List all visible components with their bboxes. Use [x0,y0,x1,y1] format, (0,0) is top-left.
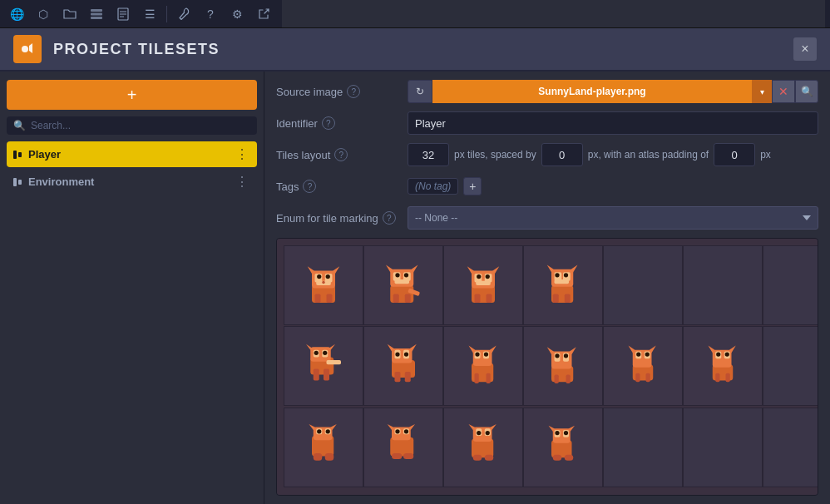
tileset-menu-player[interactable]: ⋮ [234,146,250,162]
tags-field: (No tag) + [408,177,482,195]
tile-21[interactable] [683,408,763,487]
spacing-input[interactable] [541,143,583,166]
identifier-help-icon[interactable]: ? [322,116,335,130]
tile-4[interactable] [603,245,683,325]
add-tag-button[interactable]: + [463,177,482,195]
svg-rect-62 [314,369,319,381]
spaced-by-label: px tiles, spaced by [454,149,536,161]
svg-point-92 [564,353,568,358]
wrench-icon[interactable] [172,2,195,26]
svg-point-39 [486,274,490,279]
enum-help-icon[interactable]: ? [383,211,396,225]
svg-marker-67 [388,344,397,352]
svg-rect-144 [485,454,494,460]
tile-19[interactable] [523,408,603,487]
source-image-control: ↻ SunnyLand-player.png ▾ ✕ 🔍 [408,80,818,103]
svg-point-102 [645,353,650,357]
svg-rect-19 [327,294,333,304]
svg-rect-153 [553,454,562,460]
list-icon[interactable]: ☰ [138,2,161,26]
identifier-input[interactable] [408,111,818,135]
svg-rect-51 [555,279,570,284]
svg-marker-11 [331,266,340,274]
tile-8[interactable] [284,326,363,406]
svg-point-60 [314,351,319,355]
enum-select[interactable]: -- None -- [408,206,818,230]
tileset-item-environment[interactable]: Environment ⋮ [7,169,257,195]
tile-16[interactable] [284,408,363,487]
tile-18[interactable] [443,408,523,487]
main-layout: + 🔍 Player ⋮ Environment [0,72,830,504]
svg-marker-88 [567,348,576,355]
svg-rect-40 [476,281,491,285]
tile-9[interactable] [363,326,443,406]
stack-icon[interactable] [85,2,108,26]
source-filename: SunnyLand-player.png [432,80,752,103]
source-image-help-icon[interactable]: ? [347,85,360,98]
tile-size-input[interactable] [408,143,449,166]
tiles-layout-help-icon[interactable]: ? [334,148,348,161]
document-icon[interactable] [111,2,135,26]
close-button[interactable]: × [793,37,817,61]
svg-marker-35 [491,266,500,274]
export-icon[interactable] [252,2,275,26]
search-icon: 🔍 [13,120,26,131]
svg-point-27 [404,273,408,277]
svg-marker-107 [709,346,718,353]
svg-point-17 [322,281,325,284]
folder-icon[interactable] [58,2,82,26]
tile-17[interactable] [363,408,443,487]
svg-point-26 [395,273,399,277]
svg-rect-1 [91,12,102,15]
tile-5[interactable] [683,245,763,325]
tile-1[interactable] [363,245,443,325]
tile-2[interactable] [443,245,523,325]
help-icon[interactable]: ? [199,2,222,26]
tile-6[interactable] [763,245,818,325]
tileset-item-player[interactable]: Player ⋮ [7,141,257,167]
padding-input[interactable] [714,143,755,166]
svg-rect-2 [91,17,102,19]
tileset-icon-player [13,151,22,159]
svg-rect-29 [393,294,399,304]
tileset-list: Player ⋮ Environment ⋮ [7,141,257,195]
svg-rect-94 [566,375,571,384]
svg-point-49 [555,273,559,277]
search-input[interactable] [31,120,250,131]
tile-12[interactable] [603,326,683,406]
svg-rect-18 [315,294,321,304]
svg-rect-104 [646,373,650,383]
svg-rect-42 [487,294,492,304]
tile-20[interactable] [603,408,683,487]
globe-icon[interactable]: 🌐 [5,2,28,26]
svg-rect-74 [405,372,411,382]
svg-point-141 [477,431,481,435]
clear-source-button[interactable]: ✕ [772,80,795,103]
page-title: PROJECT TILESETS [53,41,220,58]
tags-help-icon[interactable]: ? [303,180,316,193]
px-suffix: px [760,149,771,161]
svg-rect-0 [91,9,102,12]
refresh-button[interactable]: ↻ [408,80,432,103]
svg-rect-114 [726,373,730,383]
svg-marker-10 [308,266,317,274]
settings-icon[interactable]: ⚙ [225,2,249,26]
tile-11[interactable] [523,326,603,406]
svg-rect-53 [565,294,571,304]
source-dropdown-button[interactable]: ▾ [752,80,772,103]
tile-22[interactable] [763,408,818,487]
tile-10[interactable] [443,326,523,406]
title-icon [13,35,42,63]
layers-icon[interactable]: ⬡ [32,2,55,26]
tags-row: Tags ? (No tag) + [276,175,818,198]
tileset-menu-environment[interactable]: ⋮ [234,174,250,190]
search-source-button[interactable]: 🔍 [795,80,818,103]
tile-14[interactable] [763,326,818,406]
identifier-row: Identifier ? [276,111,818,135]
tile-0[interactable] [284,245,363,325]
tile-13[interactable] [683,326,763,406]
add-tileset-button[interactable]: + [7,80,257,110]
tile-3[interactable] [523,245,603,325]
top-toolbar: 🌐 ⬡ ☰ ? ⚙ [0,0,830,28]
svg-rect-103 [635,373,640,383]
